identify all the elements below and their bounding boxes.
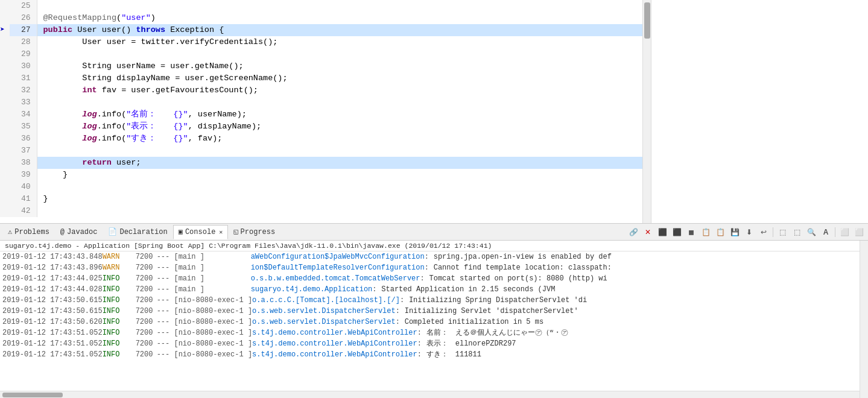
code-token: String displayName = user.getScreenName(… — [43, 74, 288, 83]
console-level: INFO — [103, 349, 136, 360]
toolbar-btn4[interactable]: A — [819, 226, 832, 239]
console-logger[interactable]: o.a.c.c.C.[Tomcat].[localhost].[/] — [252, 295, 400, 306]
code-token: user; — [112, 158, 141, 167]
breakpoint-col — [0, 181, 10, 193]
console-colon: : — [396, 306, 405, 317]
line-content[interactable]: String displayName = user.getScreenName(… — [37, 72, 642, 84]
code-token: String userName = user.getName(); — [43, 62, 244, 71]
hscrollbar-thumb[interactable] — [2, 393, 63, 397]
toolbar-maximize-btn[interactable]: ⬜ — [852, 226, 866, 239]
breakpoint-col — [0, 60, 10, 72]
console-dash: --- [ — [157, 262, 179, 273]
toolbar-btn1[interactable]: ⬛ — [670, 226, 683, 239]
line-content[interactable] — [37, 96, 642, 109]
toolbar-clear-btn[interactable]: ◼ — [685, 226, 698, 239]
console-level: INFO — [103, 327, 136, 338]
console-logger[interactable]: o.s.b.w.embedded.tomcat.TomcatWebServer — [251, 273, 420, 284]
toolbar-terminate-btn[interactable]: ✕ — [641, 226, 654, 239]
console-hscrollbar[interactable] — [0, 391, 860, 398]
toolbar-search-btn[interactable]: 🔍 — [805, 226, 818, 239]
console-message: Started Application in 2.15 seconds (JVM — [381, 284, 555, 295]
console-dash: --- [ — [157, 306, 179, 317]
console-message: spring.jpa.open-in-view is enabled by de… — [434, 251, 612, 262]
console-logger[interactable]: s.t4j.demo.controller.WebApiController — [252, 349, 417, 360]
console-line: 2019-01-12 17:43:51.052 INFO 7200 --- [n… — [0, 338, 860, 349]
line-number: 42 — [10, 205, 37, 217]
code-line: 40 — [0, 181, 642, 193]
console-logger[interactable]: s.t4j.demo.controller.WebApiController — [252, 327, 417, 338]
tab-progress[interactable]: ◱ Progress — [228, 225, 280, 239]
console-pid: 7200 — [136, 284, 157, 295]
console-line: 2019-01-12 17:43:44.028 INFO 7200 --- [m… — [0, 284, 860, 295]
console-logger[interactable]: sugaryo.t4j.demo.Application — [251, 284, 373, 295]
console-close-icon[interactable]: ✕ — [219, 229, 223, 236]
code-line: 42 — [0, 205, 642, 217]
toolbar-stop-btn[interactable]: ⬛ — [656, 226, 669, 239]
console-output[interactable]: 2019-01-12 17:43:43.848 WARN 7200 --- [m… — [0, 251, 860, 391]
console-logger[interactable]: o.s.web.servlet.DispatcherServlet — [252, 317, 396, 327]
console-line: 2019-01-12 17:43:43.848 WARN 7200 --- [m… — [0, 251, 860, 262]
line-content[interactable] — [37, 181, 642, 193]
line-content[interactable] — [37, 0, 642, 12]
code-token: .info( — [97, 110, 127, 119]
console-message: 表示： ellnorePZDR297 — [426, 338, 516, 349]
console-thread: main ] — [179, 284, 251, 295]
code-line: 32 int fav = user.getFavouritesCount(); — [0, 84, 642, 96]
line-content[interactable]: @RequestMapping("user") — [37, 12, 642, 24]
line-content[interactable]: log.info("名前： {}", userName); — [37, 109, 642, 121]
console-thread: nio-8080-exec-1 ] — [179, 338, 252, 349]
line-number: 32 — [10, 84, 37, 96]
line-content[interactable]: log.info("すき： {}", fav); — [37, 133, 642, 145]
line-number: 37 — [10, 145, 37, 157]
console-status: sugaryo.t4j.demo - Application [Spring B… — [0, 241, 860, 251]
line-content[interactable]: String userName = user.getName(); — [37, 60, 642, 72]
toolbar-paste-btn[interactable]: 📋 — [714, 226, 727, 239]
code-token: ( — [116, 13, 121, 22]
toolbar-link-btn[interactable]: 🔗 — [627, 226, 640, 239]
line-content[interactable] — [37, 205, 642, 217]
line-content[interactable]: public User user() throws Exception { — [37, 24, 642, 36]
breakpoint-col — [0, 121, 10, 133]
tab-problems[interactable]: ⚠ Problems — [2, 225, 55, 239]
tab-javadoc-label: Javadoc — [67, 228, 97, 236]
line-content[interactable]: return user; — [37, 157, 642, 169]
console-line: 2019-01-12 17:43:50.620 INFO 7200 --- [n… — [0, 317, 860, 327]
tab-console[interactable]: ▣ Console ✕ — [173, 225, 229, 239]
line-content[interactable]: int fav = user.getFavouritesCount(); — [37, 84, 642, 96]
console-line: 2019-01-12 17:43:51.052 INFO 7200 --- [n… — [0, 349, 860, 360]
toolbar-copy-btn[interactable]: 📋 — [699, 226, 712, 239]
line-content[interactable]: } — [37, 169, 642, 181]
toolbar-btn2[interactable]: ⬚ — [776, 226, 789, 239]
debug-arrow: ➤ — [0, 25, 5, 34]
line-content[interactable]: } — [37, 193, 642, 205]
console-logger[interactable]: aWebConfiguration$JpaWebMvcConfiguration — [251, 251, 425, 262]
console-level: INFO — [103, 295, 136, 306]
line-content[interactable]: User user = twitter.verifyCredentials(); — [37, 36, 642, 48]
tab-declaration[interactable]: 📄 Declaration — [103, 225, 173, 239]
javadoc-icon: @ — [60, 228, 65, 236]
toolbar-minimize-btn[interactable]: ⬜ — [838, 226, 851, 239]
toolbar-scroll-end-btn[interactable]: ⬇ — [743, 226, 756, 239]
console-vscrollbar[interactable] — [860, 241, 868, 398]
code-token: Exception { — [165, 25, 224, 34]
line-number: 36 — [10, 133, 37, 145]
console-dash: --- [ — [157, 273, 179, 284]
toolbar-word-wrap-btn[interactable]: ↩ — [757, 226, 770, 239]
toolbar-save-btn[interactable]: 💾 — [728, 226, 741, 239]
console-line: 2019-01-12 17:43:51.052 INFO 7200 --- [n… — [0, 327, 860, 338]
toolbar-btn3[interactable]: ⬚ — [790, 226, 803, 239]
scrollbar-thumb[interactable] — [644, 2, 650, 39]
editor-scrollbar[interactable] — [642, 0, 651, 223]
code-token: public — [43, 25, 73, 34]
tab-javadoc[interactable]: @ Javadoc — [55, 225, 103, 239]
console-logger[interactable]: o.s.web.servlet.DispatcherServlet — [252, 306, 396, 317]
breakpoint-col — [0, 0, 10, 12]
line-content[interactable] — [37, 48, 642, 60]
code-token: .info( — [97, 122, 127, 131]
line-content[interactable]: log.info("表示： {}", displayName); — [37, 121, 642, 133]
console-timestamp: 2019-01-12 17:43:51.052 — [2, 338, 103, 349]
code-line: 33 — [0, 96, 642, 109]
line-content[interactable] — [37, 145, 642, 157]
console-logger[interactable]: s.t4j.demo.controller.WebApiController — [252, 338, 417, 349]
console-logger[interactable]: ion$DefaultTemplateResolverConfiguration — [251, 262, 425, 273]
